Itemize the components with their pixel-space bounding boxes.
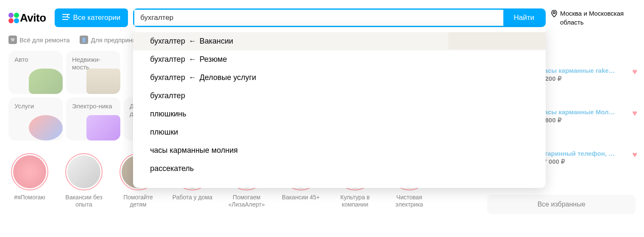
logo[interactable]: Avito <box>8 11 46 25</box>
nav-tag[interactable]: ⚒ Всё для ремонта <box>8 36 69 44</box>
heart-icon[interactable]: ♥ <box>632 67 637 77</box>
category-card-services[interactable]: Услуги <box>8 97 63 141</box>
tools-icon: ⚒ <box>8 36 17 44</box>
list-icon <box>62 14 70 22</box>
search-input[interactable] <box>134 10 503 26</box>
heart-icon[interactable]: ♥ <box>632 108 637 118</box>
dropdown-item[interactable]: плюшкинь <box>133 105 546 123</box>
dropdown-item[interactable]: бухгалтер ← Резюме <box>133 50 546 69</box>
svg-point-4 <box>553 12 555 14</box>
favorite-name: Часы карманные rake… <box>540 67 620 74</box>
header: Avito Все категории Найти бухгалтер ← Ва… <box>0 0 644 36</box>
category-card-auto[interactable]: Авто <box>8 51 63 94</box>
pin-icon <box>551 10 558 19</box>
dropdown-item[interactable]: бухгалтер ← Деловые услуги <box>133 69 546 87</box>
location-text: Москва и Московская область <box>560 9 636 27</box>
car-image <box>29 69 63 94</box>
favorite-price: 1 800 ₽ <box>540 116 636 124</box>
search-box: Найти <box>133 8 546 27</box>
roller-image <box>29 115 63 141</box>
logo-text: Avito <box>20 11 46 25</box>
all-favorites-button[interactable]: Все избранные <box>487 195 636 214</box>
categories-label: Все категории <box>73 14 121 22</box>
favorite-name: Часы карманные Мол… <box>540 108 620 116</box>
category-card-electronics[interactable]: Электро-ника <box>66 97 120 141</box>
story-item[interactable]: Вакансии без опыта <box>63 153 105 208</box>
dropdown-preview-image <box>448 32 546 49</box>
briefcase-icon: 👤 <box>80 36 88 44</box>
search-wrap: Найти бухгалтер ← Вакансии бухгалтер ← Р… <box>133 8 546 27</box>
favorite-price: 27 000 ₽ <box>540 158 636 165</box>
dropdown-item[interactable]: рассекатель <box>133 160 546 178</box>
category-card-realestate[interactable]: Недвижи-мость <box>66 51 120 94</box>
svg-point-3 <box>67 14 70 18</box>
heart-icon[interactable]: ♥ <box>632 150 637 160</box>
dropdown-item[interactable]: бухгалтер <box>133 87 546 105</box>
search-button[interactable]: Найти <box>503 10 544 26</box>
search-dropdown: бухгалтер ← Вакансии бухгалтер ← Резюме … <box>133 27 546 188</box>
story-item[interactable]: #яПомогаю <box>8 153 51 208</box>
house-image <box>86 69 120 94</box>
categories-button[interactable]: Все категории <box>55 8 128 27</box>
phone-image <box>86 115 120 141</box>
favorite-name: Старинный телефон, … <box>540 150 620 157</box>
favorite-price: 7 200 ₽ <box>540 75 636 83</box>
dropdown-item[interactable]: часы карманные молния <box>133 141 546 160</box>
location-selector[interactable]: Москва и Московская область <box>551 9 636 27</box>
dropdown-item[interactable]: плюшки <box>133 123 546 141</box>
